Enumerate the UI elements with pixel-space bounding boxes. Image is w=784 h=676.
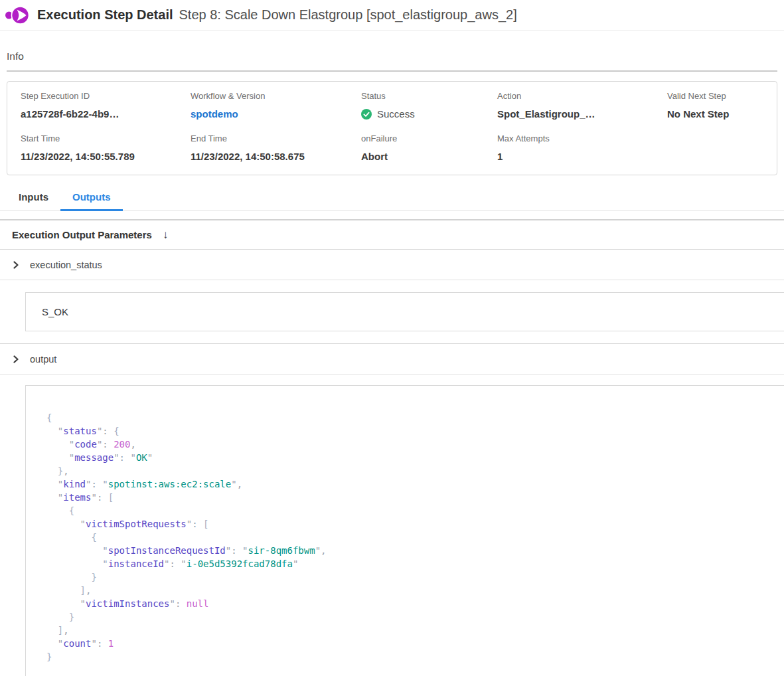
field-step-execution-id: Step Execution ID a125728f-6b22-4b9…: [21, 91, 191, 120]
app-header: Execution Step Detail Step 8: Scale Down…: [0, 0, 784, 31]
field-label: Workflow & Version: [191, 91, 361, 102]
tab-outputs[interactable]: Outputs: [60, 189, 123, 211]
field-max-attempts: Max Attempts 1: [497, 133, 667, 163]
field-label: Step Execution ID: [21, 91, 191, 102]
json-code-line: }: [46, 610, 778, 624]
field-status: Status Success: [361, 91, 497, 120]
json-code-line: {: [46, 504, 778, 517]
field-label: onFailure: [361, 133, 497, 144]
field-label: Start Time: [21, 133, 191, 144]
json-code-line: "victimInstances": null: [46, 597, 778, 610]
json-code-line: "victimSpotRequests": [: [46, 517, 778, 531]
field-label: Max Attempts: [497, 133, 667, 144]
field-workflow-version: Workflow & Version spotdemo: [191, 91, 361, 120]
param-row-output[interactable]: output: [0, 344, 784, 375]
json-code-line: ],: [46, 584, 778, 597]
field-label: End Time: [191, 133, 361, 144]
chevron-right-icon: [12, 355, 20, 363]
json-code-line: "count": 1: [46, 637, 778, 650]
info-card: Step Execution ID a125728f-6b22-4b9… Wor…: [7, 81, 777, 175]
json-code-line: "instanceId": "i-0e5d5392fcad78dfa": [46, 557, 778, 570]
workflow-link[interactable]: spotdemo: [191, 108, 361, 120]
execution-status-value: S_OK: [25, 292, 784, 331]
info-section-title: Info: [7, 50, 777, 72]
inputs-outputs-tabbar: Inputs Outputs: [0, 189, 784, 211]
param-name: output: [30, 354, 56, 365]
json-code-line: {: [46, 411, 778, 424]
output-json-viewer: { "status": { "code": 200, "message": "O…: [25, 385, 784, 676]
json-code-line: "spotInstanceRequestId": "sir-8qm6fbwm",: [46, 544, 778, 557]
field-value: Abort: [361, 150, 497, 163]
json-code-line: "message": "OK": [46, 451, 778, 464]
page-title: Execution Step Detail: [37, 7, 173, 23]
param-name: execution_status: [30, 260, 102, 270]
json-code-line: "items": [: [46, 491, 778, 504]
field-value: No Next Step: [667, 108, 763, 120]
field-value: 11/23/2022, 14:50:58.675: [191, 150, 361, 163]
outputs-heading: Execution Output Parameters: [12, 229, 152, 240]
json-code-line: {: [46, 531, 778, 544]
field-value: a125728f-6b22-4b9…: [21, 108, 191, 120]
collapse-all-arrow-icon[interactable]: ↓: [163, 229, 169, 240]
json-code-line: }: [46, 570, 778, 584]
field-end-time: End Time 11/23/2022, 14:50:58.675: [191, 133, 361, 163]
field-action: Action Spot_Elastigroup_…: [497, 91, 667, 120]
field-label: Status: [361, 91, 497, 102]
brand-logo-icon: [5, 5, 31, 25]
field-value: Spot_Elastigroup_…: [497, 108, 667, 120]
field-label: Valid Next Step: [667, 91, 763, 102]
field-value: 1: [497, 150, 667, 163]
json-code-line: }: [46, 650, 778, 663]
status-text: Success: [377, 108, 415, 120]
status-badge: Success: [361, 108, 497, 120]
json-code-line: "kind": "spotinst:aws:ec2:scale",: [46, 477, 778, 491]
outputs-panel: Execution Output Parameters ↓ execution_…: [0, 219, 784, 676]
param-row-execution-status[interactable]: execution_status: [0, 250, 784, 280]
json-code-line: "code": 200,: [46, 438, 778, 451]
field-start-time: Start Time 11/23/2022, 14:50:55.789: [21, 133, 191, 163]
field-label: Action: [497, 91, 667, 102]
tab-inputs[interactable]: Inputs: [7, 189, 60, 211]
json-code-line: ],: [46, 624, 778, 637]
step-subtitle: Step 8: Scale Down Elastgroup [spot_elas…: [179, 7, 517, 23]
field-onfailure: onFailure Abort: [361, 133, 497, 163]
success-check-icon: [361, 109, 372, 120]
field-value: 11/23/2022, 14:50:55.789: [21, 150, 191, 163]
outputs-heading-row: Execution Output Parameters ↓: [0, 220, 784, 250]
field-valid-next-step: Valid Next Step No Next Step: [667, 91, 763, 120]
chevron-right-icon: [12, 261, 20, 269]
json-code-line: },: [46, 464, 778, 477]
json-code-line: "status": {: [46, 424, 778, 438]
